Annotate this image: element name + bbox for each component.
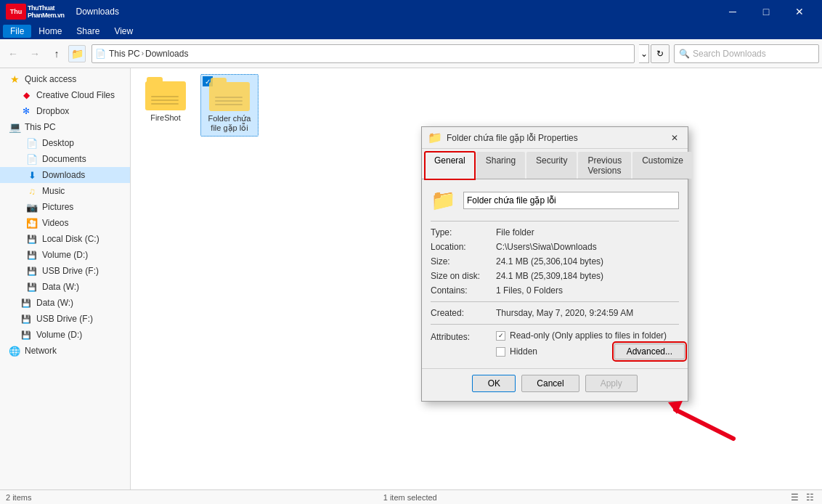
hidden-checkbox[interactable]	[496, 347, 505, 357]
sidebar-item-this-pc[interactable]: 💻 This PC	[0, 119, 130, 135]
dialog-overlay: 📁 Folder chứa file gặp lỗi Properties ✕ …	[131, 68, 822, 489]
tab-previous-versions[interactable]: Previous Versions	[578, 152, 631, 179]
sidebar-item-music[interactable]: ♫ Music	[0, 183, 130, 199]
prop-type-value: File folder	[496, 227, 534, 237]
prop-size-label: Size:	[431, 256, 496, 267]
sidebar-item-network[interactable]: 🌐 Network	[0, 343, 130, 359]
this-pc-label: This PC	[25, 122, 56, 132]
menu-share[interactable]: Share	[69, 25, 107, 38]
data-w-icon: 💾	[26, 281, 38, 293]
prop-type-row: Type: File folder	[431, 227, 679, 237]
sidebar-item-volume-d2[interactable]: 💾 Volume (D:)	[0, 327, 130, 343]
sidebar-item-data-w2[interactable]: 💾 Data (W:)	[0, 295, 130, 311]
sidebar-item-usb-f[interactable]: 💾 USB Drive (F:)	[0, 263, 130, 279]
ok-button[interactable]: OK	[472, 375, 516, 392]
menu-view[interactable]: View	[107, 25, 140, 38]
back-button[interactable]: ←	[3, 44, 23, 64]
toolbar: ← → ↑ 📁 📄 This PC › Downloads ⌄ ↻ 🔍 Sear…	[0, 39, 822, 68]
prop-location-value: C:\Users\Siwa\Downloads	[496, 242, 597, 252]
separator-3	[431, 324, 679, 325]
dialog-content: 📁 Type: File folder Location: C:\Users\S…	[422, 179, 688, 368]
desktop-label: Desktop	[42, 138, 74, 148]
tab-sharing[interactable]: Sharing	[476, 152, 525, 179]
main-layout: ★ Quick access ◆ Creative Cloud Files ✻ …	[0, 68, 822, 489]
prop-type-label: Type:	[431, 227, 496, 237]
music-folder-icon: ♫	[26, 185, 38, 197]
network-icon: 🌐	[9, 345, 20, 357]
dialog-close-button[interactable]: ✕	[667, 131, 682, 145]
cancel-button[interactable]: Cancel	[521, 375, 579, 392]
readonly-checkbox[interactable]: ✓	[496, 331, 505, 341]
data-w2-label: Data (W:)	[36, 298, 73, 308]
address-bar[interactable]: 📄 This PC › Downloads	[91, 44, 635, 63]
folder-name-input[interactable]	[463, 192, 679, 209]
sidebar-item-pictures[interactable]: 📷 Pictures	[0, 199, 130, 215]
local-disk-icon: 💾	[26, 233, 38, 245]
prop-size-row: Size: 24.1 MB (25,306,104 bytes)	[431, 256, 679, 267]
minimize-button[interactable]: ─	[716, 0, 749, 23]
desktop-folder-icon: 📄	[26, 137, 38, 149]
sidebar-item-quick-access[interactable]: ★ Quick access	[0, 71, 130, 87]
attr-label: Attributes:	[431, 330, 496, 342]
prop-size-disk-label: Size on disk:	[431, 271, 496, 281]
tab-general[interactable]: General	[425, 152, 475, 179]
menu-home[interactable]: Home	[31, 25, 69, 38]
grid-view-button[interactable]: ☷	[804, 492, 816, 503]
local-disk-label: Local Disk (C:)	[42, 234, 99, 244]
prop-contains-row: Contains: 1 Files, 0 Folders	[431, 285, 679, 296]
location-icon[interactable]: 📁	[68, 45, 86, 62]
properties-dialog: 📁 Folder chứa file gặp lỗi Properties ✕ …	[421, 126, 688, 402]
usb-f2-icon: 💾	[20, 313, 32, 325]
attr-controls: ✓ Read-only (Only applies to files in fo…	[496, 330, 685, 359]
dialog-titlebar: 📁 Folder chứa file gặp lỗi Properties ✕	[422, 127, 688, 149]
advanced-button[interactable]: Advanced...	[614, 344, 685, 359]
address-path: This PC › Downloads	[109, 49, 188, 59]
window-controls: ─ □ ✕	[716, 0, 816, 23]
address-dropdown-button[interactable]: ⌄	[639, 44, 649, 63]
close-button[interactable]: ✕	[783, 0, 816, 23]
prop-size-disk-value: 24.1 MB (25,309,184 bytes)	[496, 271, 603, 281]
address-this-pc[interactable]: This PC	[109, 49, 140, 59]
volume-d2-label: Volume (D:)	[36, 330, 82, 340]
forward-button[interactable]: →	[25, 44, 45, 64]
dialog-titlebar-left: 📁 Folder chứa file gặp lỗi Properties	[428, 131, 578, 145]
sidebar-item-creative-cloud[interactable]: ◆ Creative Cloud Files	[0, 87, 130, 103]
search-bar[interactable]: 🔍 Search Downloads	[674, 44, 819, 63]
view-controls: ☰ ☷	[789, 492, 816, 503]
list-view-button[interactable]: ☰	[789, 492, 801, 503]
tab-customize[interactable]: Customize	[632, 152, 693, 179]
address-current: Downloads	[145, 49, 188, 59]
menu-file[interactable]: File	[3, 25, 31, 38]
sidebar-item-videos[interactable]: 🎦 Videos	[0, 215, 130, 231]
refresh-button[interactable]: ↻	[651, 44, 670, 63]
dropbox-label: Dropbox	[36, 106, 69, 116]
maximize-button[interactable]: □	[749, 0, 783, 23]
sidebar-item-desktop[interactable]: 📄 Desktop	[0, 135, 130, 151]
app-logo: Thu ThuThuatPhanMem.vn	[6, 4, 65, 20]
tab-security[interactable]: Security	[526, 152, 577, 179]
videos-label: Videos	[42, 218, 68, 228]
documents-label: Documents	[42, 154, 86, 164]
sidebar-item-volume-d[interactable]: 💾 Volume (D:)	[0, 247, 130, 263]
pictures-label: Pictures	[42, 202, 73, 212]
selected-info: 1 item selected	[383, 493, 437, 502]
sidebar-item-usb-f2[interactable]: 💾 USB Drive (F:)	[0, 311, 130, 327]
sidebar-item-data-w[interactable]: 💾 Data (W:)	[0, 279, 130, 295]
data-w2-icon: 💾	[20, 297, 32, 309]
sidebar-item-downloads[interactable]: ⬇ Downloads	[0, 167, 130, 183]
folder-name-row: 📁	[431, 188, 679, 212]
up-button[interactable]: ↑	[46, 44, 67, 64]
prop-location-label: Location:	[431, 242, 496, 252]
sidebar-item-documents[interactable]: 📄 Documents	[0, 151, 130, 167]
logo-text: ThuThuatPhanMem.vn	[28, 4, 65, 19]
dialog-tabs: General Sharing Security Previous Versio…	[422, 149, 688, 179]
pictures-folder-icon: 📷	[26, 201, 38, 213]
apply-button[interactable]: Apply	[585, 375, 638, 392]
address-pc-icon: 📄	[95, 49, 106, 59]
sidebar-item-dropbox[interactable]: ✻ Dropbox	[0, 103, 130, 119]
logo-icon: Thu	[6, 4, 26, 20]
menu-bar: File Home Share View	[0, 23, 822, 39]
sidebar-item-local-disk[interactable]: 💾 Local Disk (C:)	[0, 231, 130, 247]
prop-created-row: Created: Thursday, May 7, 2020, 9:24:59 …	[431, 308, 679, 318]
downloads-label: Downloads	[42, 170, 85, 180]
